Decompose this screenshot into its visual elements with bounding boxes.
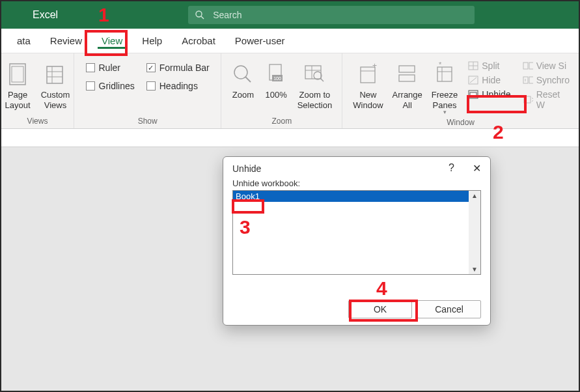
synchro-icon xyxy=(523,76,533,85)
split-button[interactable]: Split xyxy=(465,60,513,72)
group-window-label: Window xyxy=(447,118,475,128)
new-window-label: New Window xyxy=(353,90,383,110)
scroll-down-icon[interactable]: ▼ xyxy=(471,264,478,274)
title-bar: Excel xyxy=(1,1,579,29)
search-input[interactable] xyxy=(213,10,468,20)
formula-bar-checkbox[interactable]: ✓Formula Bar xyxy=(146,63,210,73)
ok-button[interactable]: OK xyxy=(348,300,412,318)
freeze-panes-icon: * xyxy=(434,60,456,89)
svg-rect-37 xyxy=(529,77,533,83)
cancel-button[interactable]: Cancel xyxy=(417,300,481,318)
search-icon xyxy=(195,10,205,20)
checkbox-icon xyxy=(146,81,156,91)
svg-rect-23 xyxy=(437,67,452,81)
tab-help[interactable]: Help xyxy=(138,30,166,51)
page-layout-icon xyxy=(7,60,28,89)
unhide-button[interactable]: Unhide xyxy=(465,89,513,100)
scrollbar[interactable]: ▲ ▼ xyxy=(469,191,480,274)
unhide-label: Unhide xyxy=(482,89,510,100)
group-zoom-label: Zoom xyxy=(271,117,292,127)
svg-rect-21 xyxy=(399,66,415,72)
view-side-button[interactable]: View Si xyxy=(520,60,572,72)
app-name: Excel xyxy=(33,9,58,21)
gridlines-checkbox[interactable]: Gridlines xyxy=(86,81,135,91)
formula-bar-area xyxy=(1,129,579,147)
svg-rect-35 xyxy=(529,63,533,69)
group-window: + New Window Arrange All * Freeze Panes … xyxy=(342,53,579,128)
chevron-down-icon: ▾ xyxy=(443,109,447,115)
hide-button[interactable]: Hide xyxy=(465,74,513,86)
reset-label: Reset W xyxy=(536,89,570,110)
search-box[interactable] xyxy=(188,6,475,24)
zoom-label: Zoom xyxy=(232,90,254,100)
checkbox-icon xyxy=(86,81,95,91)
arrange-all-icon xyxy=(396,60,419,89)
zoom-icon xyxy=(231,60,255,89)
zoom-100-label: 100% xyxy=(265,90,286,100)
help-icon[interactable]: ? xyxy=(449,162,454,175)
tab-view[interactable]: View xyxy=(98,30,126,51)
dialog-titlebar: Unhide ? ✕ xyxy=(223,157,490,178)
zoom-selection-label: Zoom to Selection xyxy=(297,90,332,110)
group-views-label: Views xyxy=(27,117,48,127)
page-layout-label: Page Layout xyxy=(5,90,31,110)
zoom-100-button[interactable]: 100 100% xyxy=(261,57,290,103)
group-views: Page Layout Custom Views Views xyxy=(1,53,74,128)
ruler-checkbox[interactable]: Ruler xyxy=(86,63,135,73)
tab-data[interactable]: ata xyxy=(13,30,35,51)
synchro-label: Synchro xyxy=(536,75,570,85)
close-icon[interactable]: ✕ xyxy=(473,162,481,175)
tab-review[interactable]: Review xyxy=(46,30,86,51)
synchro-button[interactable]: Synchro xyxy=(520,74,572,86)
checkbox-checked-icon: ✓ xyxy=(146,63,156,72)
custom-views-button[interactable]: Custom Views xyxy=(37,57,74,113)
scroll-up-icon[interactable]: ▲ xyxy=(471,191,478,201)
freeze-panes-button[interactable]: * Freeze Panes ▾ xyxy=(428,57,462,118)
zoom-to-selection-button[interactable]: Zoom to Selection xyxy=(294,57,336,113)
view-side-label: View Si xyxy=(536,61,566,71)
unhide-icon xyxy=(468,90,478,99)
new-window-button[interactable]: + New Window xyxy=(349,57,387,113)
view-side-icon xyxy=(523,61,533,70)
svg-line-1 xyxy=(201,16,204,19)
svg-rect-34 xyxy=(523,63,528,69)
svg-rect-33 xyxy=(470,92,476,97)
headings-label: Headings xyxy=(159,81,198,91)
group-show-label: Show xyxy=(138,117,158,127)
tab-acrobat[interactable]: Acrobat xyxy=(178,30,219,51)
svg-text:*: * xyxy=(439,62,442,68)
group-zoom: Zoom 100 100% Zoom to Selection Zoom xyxy=(221,53,342,128)
workbook-list[interactable]: Book1 ▲ ▼ xyxy=(232,190,481,275)
zoom-button[interactable]: Zoom xyxy=(227,57,258,103)
arrange-all-label: Arrange All xyxy=(393,90,422,110)
list-item[interactable]: Book1 xyxy=(233,191,480,202)
new-window-icon: + xyxy=(357,60,379,89)
gridlines-label: Gridlines xyxy=(99,81,135,91)
svg-line-31 xyxy=(470,77,476,83)
dialog-title: Unhide xyxy=(232,163,261,174)
ruler-label: Ruler xyxy=(99,63,120,73)
reset-icon xyxy=(523,95,533,104)
split-label: Split xyxy=(482,61,499,71)
headings-checkbox[interactable]: Headings xyxy=(146,81,210,91)
formula-bar-label: Formula Bar xyxy=(159,63,210,73)
ribbon-tabs: ata Review View Help Acrobat Power-user xyxy=(1,29,579,53)
svg-point-0 xyxy=(196,11,202,17)
tab-power-user[interactable]: Power-user xyxy=(231,30,289,51)
unhide-dialog: Unhide ? ✕ Unhide workbook: Book1 ▲ ▼ OK… xyxy=(223,156,491,326)
reset-button[interactable]: Reset W xyxy=(520,89,572,111)
svg-rect-13 xyxy=(305,66,321,79)
hide-icon xyxy=(468,76,478,85)
hide-label: Hide xyxy=(482,75,501,85)
arrange-all-button[interactable]: Arrange All xyxy=(389,57,426,113)
dialog-label: Unhide workbook: xyxy=(232,178,481,188)
svg-rect-4 xyxy=(47,66,62,83)
group-show: Ruler Gridlines ✓Formula Bar Headings Sh… xyxy=(74,53,221,128)
page-layout-button[interactable]: Page Layout xyxy=(1,57,35,113)
checkbox-icon xyxy=(86,63,95,72)
svg-rect-2 xyxy=(10,64,25,85)
svg-rect-3 xyxy=(12,66,23,82)
zoom-selection-icon xyxy=(303,60,325,89)
svg-line-9 xyxy=(245,77,251,82)
custom-views-label: Custom Views xyxy=(41,90,70,110)
